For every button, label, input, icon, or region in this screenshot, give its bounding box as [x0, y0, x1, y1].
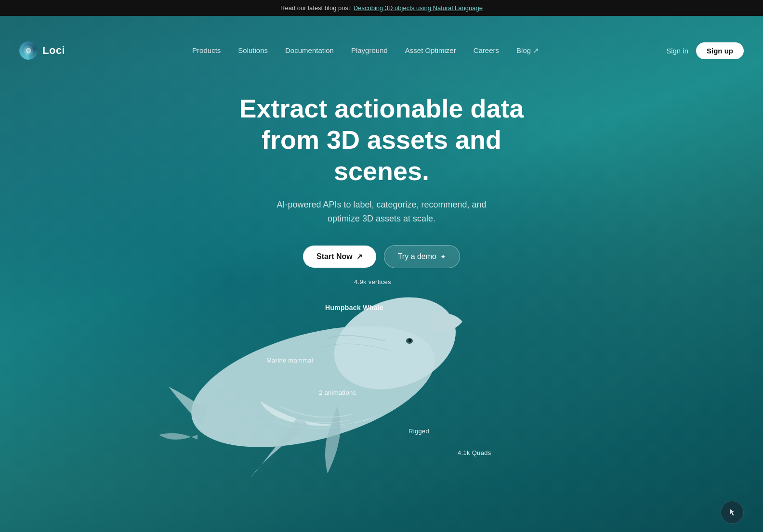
whale-svg [135, 233, 472, 532]
start-now-button[interactable]: Start Now ↗ [303, 246, 376, 268]
label-quads: 4.1k Quads [458, 449, 491, 456]
nav-links: Products Solutions Documentation Playgro… [192, 46, 539, 55]
demo-label: Try a demo [398, 252, 436, 261]
cursor-icon [727, 507, 737, 518]
logo-icon [19, 41, 38, 60]
hero-buttons: Start Now ↗ Try a demo ✦ [303, 245, 460, 268]
hero-section: Loci Products Solutions Documentation Pl… [0, 16, 763, 532]
logo-text: Loci [42, 44, 65, 57]
label-whale-name: Humpback Whale [325, 304, 383, 311]
hero-title: Extract actionable datafrom 3D assets an… [213, 93, 550, 186]
nav-playground[interactable]: Playground [351, 46, 388, 54]
try-demo-button[interactable]: Try a demo ✦ [384, 245, 460, 268]
main-nav: Loci Products Solutions Documentation Pl… [0, 33, 763, 68]
nav-blog[interactable]: Blog ↗ [516, 46, 539, 55]
whale-container: 4.9k vertices Humpback Whale Marine mamm… [135, 233, 472, 532]
logo-link[interactable]: Loci [19, 41, 65, 60]
svg-point-4 [408, 339, 411, 342]
nav-solutions[interactable]: Solutions [238, 46, 268, 54]
nav-products[interactable]: Products [192, 46, 221, 54]
banner-link[interactable]: Describing 3D objects using Natural Lang… [354, 4, 483, 12]
label-mammal: Marine mammal [266, 357, 313, 364]
label-animations: 2 animations [319, 389, 356, 396]
signup-button[interactable]: Sign up [696, 42, 744, 59]
label-vertices: 4.9k vertices [354, 278, 391, 285]
nav-careers[interactable]: Careers [474, 46, 499, 54]
label-rigged: Rigged [408, 428, 429, 435]
nav-documentation[interactable]: Documentation [285, 46, 334, 54]
hero-subtitle: AI-powered APIs to label, categorize, re… [266, 198, 497, 226]
nav-asset-optimizer[interactable]: Asset Optimizer [405, 46, 456, 54]
sparkle-icon: ✦ [440, 253, 446, 260]
signin-button[interactable]: Sign in [666, 47, 688, 55]
floating-action-button[interactable] [721, 501, 744, 524]
arrow-icon: ↗ [356, 252, 363, 261]
nav-actions: Sign in Sign up [666, 42, 744, 59]
start-now-label: Start Now [316, 252, 353, 261]
top-banner: Read our latest blog post: Describing 3D… [0, 0, 763, 16]
banner-text: Read our latest blog post: [280, 4, 354, 12]
